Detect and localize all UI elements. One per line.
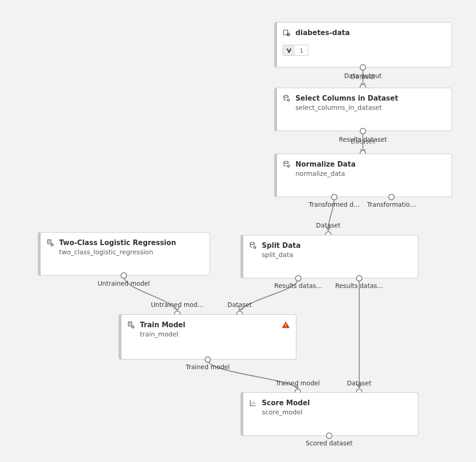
port-normalize-out2[interactable] xyxy=(388,194,395,200)
port-train-out[interactable] xyxy=(205,356,211,363)
warning-icon xyxy=(281,320,290,330)
svg-point-16 xyxy=(254,403,255,404)
svg-point-2 xyxy=(284,95,288,97)
port-label: Trained model xyxy=(186,363,230,371)
port-label: Results datas… xyxy=(335,282,383,289)
db-gear-icon xyxy=(283,94,291,102)
node-logistic-regression[interactable]: Two-Class Logistic Regression two_class_… xyxy=(38,232,210,276)
port-score-out[interactable] xyxy=(326,432,332,439)
svg-point-5 xyxy=(288,165,290,168)
port-label: Dataset xyxy=(351,73,375,80)
port-label: Dataset xyxy=(228,301,252,308)
node-title: Select Columns in Dataset xyxy=(295,94,398,103)
pipeline-canvas[interactable]: diabetes-data V 1 Data output Dataset Se… xyxy=(0,0,476,462)
port-selectcols-out[interactable] xyxy=(360,128,366,134)
dataset-icon xyxy=(283,29,291,37)
db-gear-icon xyxy=(283,160,291,168)
port-label: Dataset xyxy=(351,138,375,145)
port-label: Dataset xyxy=(316,222,341,229)
svg-point-4 xyxy=(284,161,288,163)
port-label: Untrained model xyxy=(97,280,150,287)
db-gear-icon xyxy=(249,241,257,250)
svg-point-15 xyxy=(253,402,254,403)
port-label: Trained model xyxy=(276,379,320,387)
node-title: Train Model xyxy=(140,320,185,330)
svg-point-9 xyxy=(51,244,54,246)
svg-point-11 xyxy=(132,326,134,328)
port-label: Transformatio… xyxy=(367,201,416,208)
svg-point-3 xyxy=(288,99,290,102)
node-diabetes-data[interactable]: diabetes-data V 1 xyxy=(274,22,452,67)
svg-point-6 xyxy=(250,242,254,245)
svg-rect-13 xyxy=(285,326,286,327)
svg-point-7 xyxy=(254,246,256,249)
port-split-out1[interactable] xyxy=(295,275,301,282)
node-title: Split Data xyxy=(262,241,301,250)
node-title: diabetes-data xyxy=(295,28,350,37)
node-title: Score Model xyxy=(262,398,310,408)
node-subtitle: select_columns_in_dataset xyxy=(295,104,445,111)
port-label: Dataset xyxy=(347,379,372,387)
port-label: Untrained mod… xyxy=(151,301,204,308)
port-split-out2[interactable] xyxy=(356,275,362,282)
node-split-data[interactable]: Split Data split_data xyxy=(241,235,418,278)
scatter-plot-icon xyxy=(249,399,257,407)
port-logreg-out[interactable] xyxy=(121,272,127,279)
port-diabetes-out[interactable] xyxy=(360,64,366,71)
node-subtitle: normalize_data xyxy=(295,170,445,177)
port-label: Results datas… xyxy=(274,282,322,289)
version-chip: V 1 xyxy=(283,45,308,56)
node-subtitle: score_model xyxy=(262,408,411,416)
svg-rect-12 xyxy=(285,324,286,326)
ml-model-icon xyxy=(46,239,54,247)
node-subtitle: split_data xyxy=(262,251,411,258)
node-subtitle: two_class_logistic_regression xyxy=(59,248,203,256)
port-label: Scored dataset xyxy=(306,439,353,447)
node-title: Normalize Data xyxy=(295,160,355,169)
node-title: Two-Class Logistic Regression xyxy=(59,238,176,247)
ml-model-icon xyxy=(127,321,135,329)
node-subtitle: train_model xyxy=(140,330,289,338)
port-normalize-out1[interactable] xyxy=(331,194,337,200)
node-select-columns[interactable]: Select Columns in Dataset select_columns… xyxy=(274,88,452,131)
node-score-model[interactable]: Score Model score_model xyxy=(241,392,418,436)
port-label: Transformed d… xyxy=(309,201,360,208)
svg-point-14 xyxy=(252,403,253,404)
node-normalize-data[interactable]: Normalize Data normalize_data xyxy=(274,154,452,197)
node-train-model[interactable]: Train Model train_model xyxy=(119,314,296,360)
